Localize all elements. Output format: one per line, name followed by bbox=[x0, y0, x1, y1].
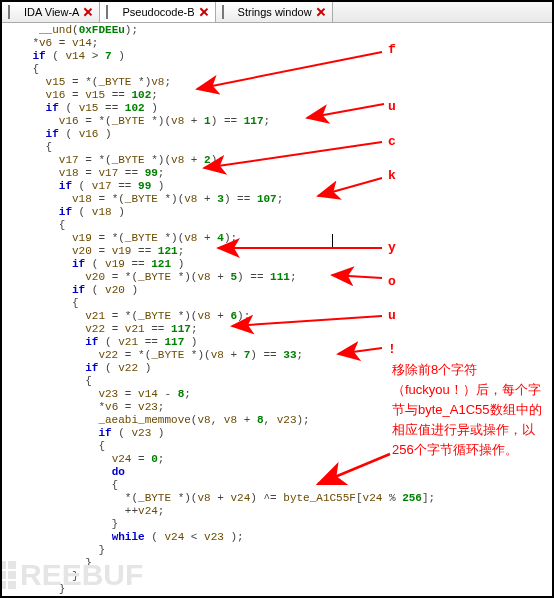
tab-pseudocode[interactable]: Pseudocode-B bbox=[100, 2, 215, 22]
main-window: IDA View-A Pseudocode-B Strings window _… bbox=[0, 0, 554, 598]
annot-char-y: y bbox=[388, 240, 396, 255]
tab-ida-view[interactable]: IDA View-A bbox=[2, 2, 100, 22]
close-icon[interactable] bbox=[316, 7, 326, 17]
annot-char-u2: u bbox=[388, 308, 396, 323]
pseudocode-icon bbox=[106, 6, 118, 18]
code-area[interactable]: __und(0xFDEEu); *v6 = v14; if ( v14 > 7 … bbox=[6, 24, 435, 598]
close-icon[interactable] bbox=[83, 7, 93, 17]
tab-label: IDA View-A bbox=[24, 6, 79, 18]
watermark: REEBUF bbox=[0, 558, 143, 592]
annot-char-k: k bbox=[388, 168, 396, 183]
annot-char-bang: ! bbox=[388, 342, 396, 357]
annot-char-o: o bbox=[388, 274, 396, 289]
tab-bar: IDA View-A Pseudocode-B Strings window bbox=[2, 2, 552, 23]
tab-label: Pseudocode-B bbox=[122, 6, 194, 18]
annotation-text: 移除前8个字符（fuckyou！）后，每个字节与byte_A1C55数组中的相应… bbox=[392, 360, 547, 460]
annot-char-f: f bbox=[388, 42, 396, 57]
strings-icon bbox=[222, 6, 234, 18]
tab-strings[interactable]: Strings window bbox=[216, 2, 333, 22]
tab-label: Strings window bbox=[238, 6, 312, 18]
text-cursor bbox=[332, 234, 333, 247]
annot-char-u: u bbox=[388, 99, 396, 114]
annot-char-c: c bbox=[388, 134, 396, 149]
ida-view-icon bbox=[8, 6, 20, 18]
watermark-text: REEBUF bbox=[20, 558, 143, 592]
close-icon[interactable] bbox=[199, 7, 209, 17]
